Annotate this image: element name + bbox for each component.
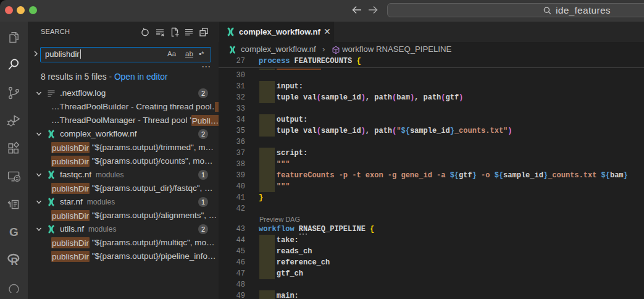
svg-text:R: R <box>11 256 19 267</box>
